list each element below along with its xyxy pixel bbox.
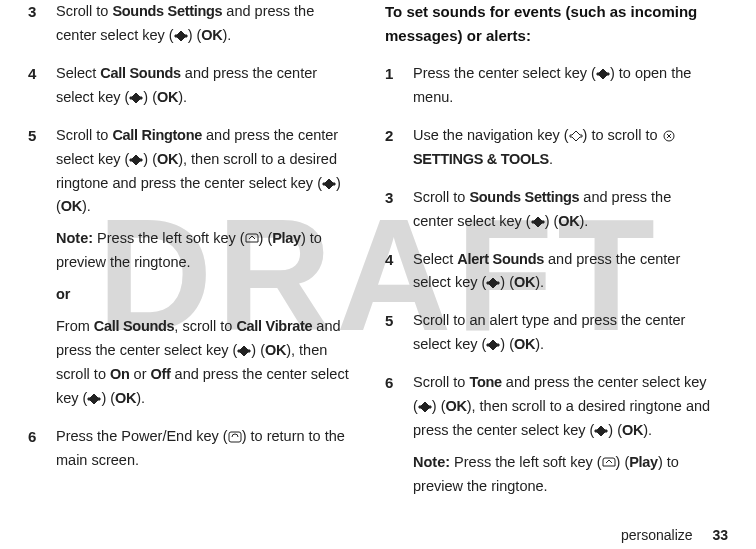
text-run: Call Sounds bbox=[94, 318, 175, 334]
nav-icon bbox=[569, 130, 583, 142]
text-run: Scroll to bbox=[56, 127, 112, 143]
text-run: Scroll to bbox=[413, 374, 469, 390]
step-text: Scroll to Tone and press the center sele… bbox=[413, 371, 714, 443]
text-run: Select bbox=[413, 251, 457, 267]
page-content: 3Scroll to Sounds Settings and press the… bbox=[0, 0, 756, 549]
text-run: OK bbox=[265, 342, 286, 358]
text-run: , scroll to bbox=[174, 318, 236, 334]
step-number: 5 bbox=[28, 124, 56, 411]
text-run: Scroll to an alert type and press the ce… bbox=[413, 312, 685, 352]
instruction-step: 6Scroll to Tone and press the center sel… bbox=[385, 371, 714, 507]
text-run: From bbox=[56, 318, 94, 334]
text-run: OK bbox=[446, 398, 467, 414]
instruction-step: 4Select Call Sounds and press the center… bbox=[28, 62, 357, 110]
step-text: Scroll to Sounds Settings and press the … bbox=[56, 0, 357, 48]
text-run: Select bbox=[56, 65, 100, 81]
step-body: Scroll to Call Ringtone and press the ce… bbox=[56, 124, 357, 411]
note-block: Note: Press the left soft key () (Play) … bbox=[56, 227, 357, 275]
instruction-step: 3Scroll to Sounds Settings and press the… bbox=[28, 0, 357, 48]
text-run: ). bbox=[178, 89, 187, 105]
right-column: To set sounds for events (such as incomi… bbox=[371, 0, 728, 549]
text-run: or bbox=[130, 366, 151, 382]
note-block: Note: Press the left soft key () (Play) … bbox=[413, 451, 714, 499]
alt-text: From Call Sounds, scroll to Call Vibrate… bbox=[56, 315, 357, 411]
text-run: Press the left soft key ( bbox=[450, 454, 602, 470]
instruction-step: 4Select Alert Sounds and press the cente… bbox=[385, 248, 714, 296]
center-select-icon bbox=[129, 92, 143, 104]
center-select-icon bbox=[237, 345, 251, 357]
text-run: . bbox=[549, 151, 553, 167]
text-run: SETTINGS & TOOLS bbox=[413, 151, 549, 167]
tools-icon bbox=[662, 130, 676, 142]
text-run: Call Ringtone bbox=[112, 127, 202, 143]
step-text: Scroll to an alert type and press the ce… bbox=[413, 309, 714, 357]
instruction-step: 5Scroll to an alert type and press the c… bbox=[385, 309, 714, 357]
text-run: Sounds Settings bbox=[469, 189, 579, 205]
left-column: 3Scroll to Sounds Settings and press the… bbox=[14, 0, 371, 549]
step-number: 3 bbox=[385, 186, 413, 234]
step-number: 3 bbox=[28, 0, 56, 48]
text-run: ). bbox=[643, 422, 652, 438]
text-run: ) ( bbox=[188, 27, 202, 43]
center-select-icon bbox=[129, 154, 143, 166]
instruction-step: 5Scroll to Call Ringtone and press the c… bbox=[28, 124, 357, 411]
text-run: Sounds Settings bbox=[112, 3, 222, 19]
text-run: Tone bbox=[469, 374, 501, 390]
text-run: ). bbox=[136, 390, 145, 406]
endkey-icon bbox=[228, 431, 242, 443]
step-body: Use the navigation key () to scroll to S… bbox=[413, 124, 714, 172]
step-text: Select Alert Sounds and press the center… bbox=[413, 248, 714, 296]
step-body: Press the center select key () to open t… bbox=[413, 62, 714, 110]
text-run: OK bbox=[61, 198, 82, 214]
center-select-icon bbox=[418, 401, 432, 413]
text-run: OK bbox=[514, 336, 535, 352]
step-body: Scroll to Sounds Settings and press the … bbox=[413, 186, 714, 234]
text-run: Call Vibrate bbox=[236, 318, 312, 334]
text-run: ). bbox=[223, 27, 232, 43]
step-text: Press the center select key () to open t… bbox=[413, 62, 714, 110]
step-number: 5 bbox=[385, 309, 413, 357]
step-number: 2 bbox=[385, 124, 413, 172]
center-select-icon bbox=[486, 339, 500, 351]
text-run: ) ( bbox=[143, 151, 157, 167]
text-run: ) to scroll to bbox=[583, 127, 662, 143]
instruction-step: 3Scroll to Sounds Settings and press the… bbox=[385, 186, 714, 234]
text-run: ) ( bbox=[616, 454, 630, 470]
step-number: 4 bbox=[385, 248, 413, 296]
center-select-icon bbox=[486, 277, 500, 289]
text-run: Press the center select key ( bbox=[413, 65, 596, 81]
text-run: OK bbox=[157, 151, 178, 167]
center-select-icon bbox=[87, 393, 101, 405]
text-run: OK bbox=[622, 422, 643, 438]
text-run: OK bbox=[201, 27, 222, 43]
text-run: Off bbox=[151, 366, 171, 382]
step-body: Scroll to Tone and press the center sele… bbox=[413, 371, 714, 507]
center-select-icon bbox=[174, 30, 188, 42]
text-run: ) ( bbox=[259, 230, 273, 246]
text-run: ) ( bbox=[143, 89, 157, 105]
text-run: ). bbox=[535, 274, 544, 290]
text-run: OK bbox=[115, 390, 136, 406]
step-text: Use the navigation key () to scroll to S… bbox=[413, 124, 714, 172]
text-run: ). bbox=[82, 198, 91, 214]
center-select-icon bbox=[322, 178, 336, 190]
instruction-step: 1Press the center select key () to open … bbox=[385, 62, 714, 110]
step-body: Press the Power/End key () to return to … bbox=[56, 425, 357, 473]
text-run: Scroll to bbox=[56, 3, 112, 19]
text-run: Scroll to bbox=[413, 189, 469, 205]
text-run: Note: bbox=[413, 454, 450, 470]
text-run: ). bbox=[535, 336, 544, 352]
text-run: ) ( bbox=[251, 342, 265, 358]
text-run: OK bbox=[558, 213, 579, 229]
step-number: 4 bbox=[28, 62, 56, 110]
center-select-icon bbox=[594, 425, 608, 437]
text-run: ) ( bbox=[608, 422, 622, 438]
step-body: Select Call Sounds and press the center … bbox=[56, 62, 357, 110]
text-run: Play bbox=[629, 454, 658, 470]
text-run: OK bbox=[514, 274, 535, 290]
text-run: ) ( bbox=[545, 213, 559, 229]
text-run: Note: bbox=[56, 230, 93, 246]
step-body: Scroll to an alert type and press the ce… bbox=[413, 309, 714, 357]
center-select-icon bbox=[596, 68, 610, 80]
step-text: Press the Power/End key () to return to … bbox=[56, 425, 357, 473]
